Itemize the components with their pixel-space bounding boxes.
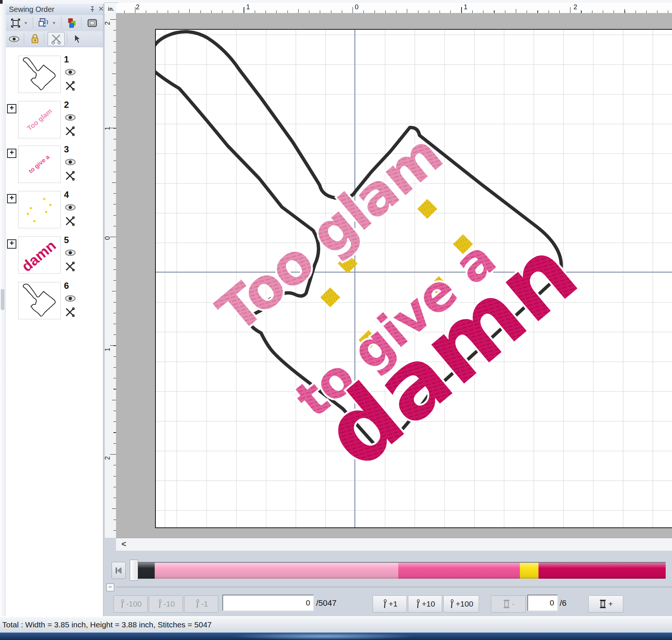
h-ruler-label: 2 [573, 3, 577, 11]
plus-10-button[interactable]: +10 [408, 595, 442, 612]
panel-header[interactable]: Sewing Order ✕ [6, 4, 103, 15]
panel-splitter-handle[interactable] [1, 289, 4, 310]
status-bar: Total : Width = 3.85 inch, Height = 3.88… [0, 616, 672, 633]
hoop-icon [87, 17, 98, 29]
v-ruler-label: 1 [104, 126, 112, 130]
item-3-expand-box[interactable]: + [7, 149, 16, 158]
design-canvas[interactable]: Too glam to give a damn [116, 13, 672, 538]
colorbar-seg-light-pink[interactable] [155, 563, 398, 579]
v-ruler-label: 0 [104, 236, 112, 240]
wallpaper-glow [231, 633, 417, 640]
colorbar-seg-black[interactable] [137, 563, 155, 579]
stitch-slider-handle[interactable] [130, 560, 138, 581]
order-mode-icon [38, 17, 50, 29]
sewing-order-item-5[interactable]: + damn 5 [6, 236, 103, 274]
select-tool-button[interactable] [70, 33, 85, 45]
horizontal-scrollbar[interactable]: < [116, 538, 672, 551]
item-3-cut-icon[interactable] [65, 171, 75, 181]
item-5-thumbnail[interactable]: damn [18, 236, 61, 274]
item-2-expand-box[interactable]: + [7, 104, 16, 113]
order-mode-dropdown[interactable]: ▾ [53, 20, 55, 26]
item-6-thumbnail[interactable] [18, 282, 61, 319]
fit-view-button[interactable] [8, 17, 23, 29]
embroidery-design[interactable]: Too glam to give a damn [156, 30, 672, 527]
sewing-order-item-6[interactable]: 6 [6, 282, 103, 319]
needle-icon [449, 599, 454, 609]
scroll-left-arrow[interactable]: < [119, 539, 129, 549]
sewing-order-item-4[interactable]: + 4 [6, 191, 103, 228]
sewing-order-panel: Sewing Order ✕ ▾ [6, 4, 103, 616]
embroidery-app: Sewing Order ✕ ▾ [0, 0, 672, 640]
item-3-number: 3 [64, 144, 69, 155]
item-4-cut-icon[interactable] [65, 216, 75, 226]
order-mode-button[interactable] [36, 17, 51, 29]
cursor-icon [73, 34, 81, 44]
svg-text:damn: damn [19, 237, 59, 273]
item-1-thumbnail[interactable] [18, 56, 61, 93]
pin-icon[interactable] [89, 6, 96, 13]
item-2-thumbnail[interactable]: Too glam [18, 101, 61, 138]
minus-100-button[interactable]: -100 [113, 595, 148, 612]
v-ruler-label: 2 [104, 21, 112, 25]
fit-view-dropdown[interactable]: ▾ [25, 20, 27, 26]
go-to-start-button[interactable] [112, 562, 126, 579]
item-3-thumbnail[interactable]: to give a [18, 146, 61, 183]
item-4-thumbnail[interactable] [18, 191, 61, 228]
svg-text:Too glam: Too glam [26, 107, 54, 132]
stitch-color-bar[interactable] [137, 562, 666, 579]
left-edge-strip [0, 4, 6, 616]
vertical-ruler: 2 1 0 1 2 [105, 13, 116, 538]
sewing-order-item-1[interactable]: 1 [6, 56, 103, 93]
next-color-button[interactable]: + [588, 595, 623, 612]
collapse-button[interactable]: − [106, 584, 114, 591]
trim-toggle-button[interactable] [48, 32, 65, 46]
sewing-order-item-3[interactable]: + to give a 3 [6, 146, 103, 183]
prev-color-button[interactable]: - [491, 595, 526, 612]
item-6-eye-icon[interactable] [65, 295, 76, 302]
window-corner-mark [0, 0, 3, 4]
item-4-expand-box[interactable]: + [7, 194, 16, 203]
taskbar-edge [0, 633, 672, 640]
stitch-total-label: /5047 [316, 598, 337, 608]
needle-icon [194, 599, 200, 609]
color-total-label: /6 [560, 598, 566, 608]
close-icon[interactable]: ✕ [98, 5, 104, 13]
minus-10-button[interactable]: -10 [149, 595, 183, 612]
color-number-input[interactable]: 0 [527, 595, 558, 611]
colorbar-seg-yellow[interactable] [520, 563, 538, 579]
colorbar-seg-deep-pink[interactable] [538, 563, 666, 579]
minus-1-button[interactable]: -1 [184, 595, 218, 612]
h-ruler-label: 0 [355, 3, 358, 11]
item-3-eye-icon[interactable] [65, 158, 76, 166]
visibility-toggle-button[interactable] [7, 33, 22, 45]
plus-100-button[interactable]: +100 [443, 595, 479, 612]
item-5-eye-icon[interactable] [65, 249, 76, 256]
v-ruler-label: 2 [104, 456, 112, 460]
splitter-line [116, 587, 672, 587]
item-1-cut-icon[interactable] [65, 81, 75, 91]
item-1-eye-icon[interactable] [65, 68, 76, 76]
stitch-number-input[interactable]: 0 [222, 595, 314, 611]
item-2-cut-icon[interactable] [65, 126, 75, 136]
color-sort-button[interactable] [64, 17, 79, 29]
spool-icon [502, 599, 511, 609]
panel-toolbar-2 [6, 31, 103, 47]
needle-icon [119, 599, 125, 609]
colorbar-seg-hot-pink[interactable] [398, 563, 520, 579]
item-6-cut-icon[interactable] [65, 307, 75, 317]
h-ruler-label: 1 [246, 3, 250, 11]
lock-toggle-button[interactable] [28, 33, 42, 45]
panel-toolbar-1: ▾ ▾ [6, 15, 103, 32]
item-5-expand-box[interactable]: + [7, 239, 16, 249]
item-2-eye-icon[interactable] [65, 114, 76, 121]
item-1-number: 1 [64, 54, 69, 65]
design-sheet[interactable]: Too glam to give a damn [155, 29, 672, 528]
hoop-button[interactable] [85, 17, 100, 29]
scissors-icon [50, 33, 62, 45]
item-5-number: 5 [64, 235, 69, 245]
item-4-eye-icon[interactable] [65, 204, 76, 211]
plus-1-button[interactable]: +1 [373, 595, 407, 612]
h-ruler-label: 2 [136, 3, 139, 11]
sewing-order-item-2[interactable]: + Too glam 2 [6, 101, 103, 138]
item-5-cut-icon[interactable] [65, 262, 75, 271]
